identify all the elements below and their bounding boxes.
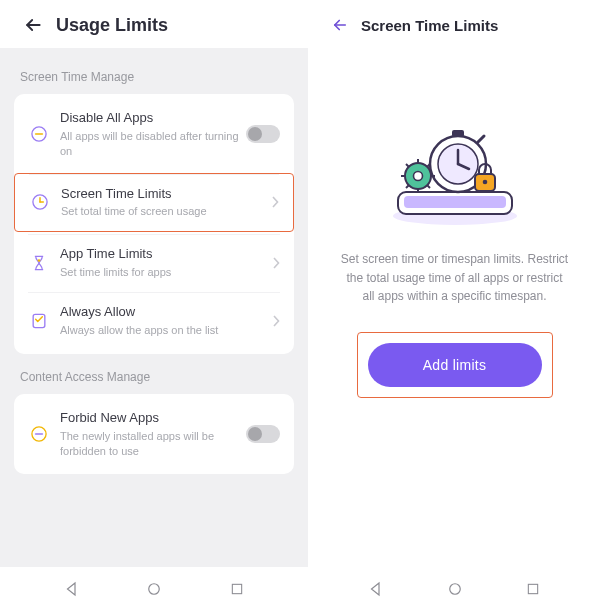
svg-rect-37 — [528, 584, 537, 593]
clock-lock-illustration — [370, 108, 540, 238]
row-title: App Time Limits — [60, 246, 266, 263]
screen-time-card: Disable All Apps All apps will be disabl… — [14, 94, 294, 354]
row-subtitle: Set time limits for apps — [60, 265, 266, 280]
disable-toggle[interactable] — [246, 125, 280, 143]
row-app-time-limits[interactable]: App Time Limits Set time limits for apps — [14, 234, 294, 292]
nav-recent-icon[interactable] — [226, 578, 248, 600]
android-navbar — [0, 567, 308, 611]
svg-line-22 — [478, 136, 484, 142]
page-title: Screen Time Limits — [361, 17, 498, 34]
svg-rect-21 — [452, 130, 464, 137]
row-disable-all-apps[interactable]: Disable All Apps All apps will be disabl… — [14, 98, 294, 171]
svg-line-31 — [427, 185, 430, 188]
nav-back-icon[interactable] — [365, 578, 387, 600]
content: Screen Time Manage Disable All Apps All … — [0, 48, 308, 567]
chevron-right-icon — [271, 196, 279, 208]
section-label-content-access: Content Access Manage — [14, 354, 294, 394]
clock-icon — [29, 191, 51, 213]
chevron-right-icon — [272, 315, 280, 327]
row-subtitle: The newly installed apps will be forbidd… — [60, 429, 246, 459]
header: Usage Limits — [0, 0, 308, 48]
row-subtitle: Set total time of screen usage — [61, 204, 265, 219]
row-texts: Forbid New Apps The newly installed apps… — [60, 410, 246, 459]
usage-limits-screen: Usage Limits Screen Time Manage Disable … — [0, 0, 309, 611]
svg-rect-12 — [232, 584, 241, 593]
back-arrow-icon[interactable] — [329, 14, 351, 36]
description-text: Set screen time or timespan limits. Rest… — [333, 250, 576, 306]
row-subtitle: All apps will be disabled after turning … — [60, 129, 246, 159]
nav-back-icon[interactable] — [61, 578, 83, 600]
hourglass-icon — [28, 252, 50, 274]
row-title: Forbid New Apps — [60, 410, 246, 427]
row-title: Always Allow — [60, 304, 266, 321]
row-screen-time-limits[interactable]: Screen Time Limits Set total time of scr… — [14, 173, 294, 233]
row-title: Disable All Apps — [60, 110, 246, 127]
svg-point-36 — [449, 584, 460, 595]
content-access-card: Forbid New Apps The newly installed apps… — [14, 394, 294, 475]
android-navbar — [309, 567, 600, 611]
chevron-right-icon — [272, 257, 280, 269]
svg-marker-35 — [372, 583, 380, 595]
nav-recent-icon[interactable] — [522, 578, 544, 600]
forbid-toggle[interactable] — [246, 425, 280, 443]
row-title: Screen Time Limits — [61, 186, 265, 203]
svg-line-30 — [406, 185, 409, 188]
svg-point-34 — [482, 180, 487, 185]
svg-point-6 — [38, 259, 41, 262]
checklist-icon — [28, 310, 50, 332]
content: Set screen time or timespan limits. Rest… — [309, 48, 600, 567]
disable-icon — [28, 123, 50, 145]
svg-point-24 — [413, 172, 422, 181]
svg-line-32 — [406, 164, 409, 167]
forbid-icon — [28, 423, 50, 445]
add-limits-highlight: Add limits — [357, 332, 553, 398]
header: Screen Time Limits — [309, 0, 600, 48]
nav-home-icon[interactable] — [444, 578, 466, 600]
row-texts: Always Allow Always allow the apps on th… — [60, 304, 266, 338]
row-forbid-new-apps[interactable]: Forbid New Apps The newly installed apps… — [14, 398, 294, 471]
row-texts: Screen Time Limits Set total time of scr… — [61, 186, 265, 220]
add-limits-button[interactable]: Add limits — [368, 343, 542, 387]
svg-marker-10 — [67, 583, 75, 595]
row-always-allow[interactable]: Always Allow Always allow the apps on th… — [14, 292, 294, 350]
row-subtitle: Always allow the apps on the list — [60, 323, 266, 338]
page-title: Usage Limits — [56, 15, 168, 36]
nav-home-icon[interactable] — [143, 578, 165, 600]
back-arrow-icon[interactable] — [22, 14, 44, 36]
section-label-screen-time: Screen Time Manage — [14, 54, 294, 94]
svg-point-11 — [149, 584, 160, 595]
row-texts: App Time Limits Set time limits for apps — [60, 246, 266, 280]
row-texts: Disable All Apps All apps will be disabl… — [60, 110, 246, 159]
svg-rect-16 — [404, 196, 506, 208]
screen-time-limits-screen: Screen Time Limits — [309, 0, 600, 611]
